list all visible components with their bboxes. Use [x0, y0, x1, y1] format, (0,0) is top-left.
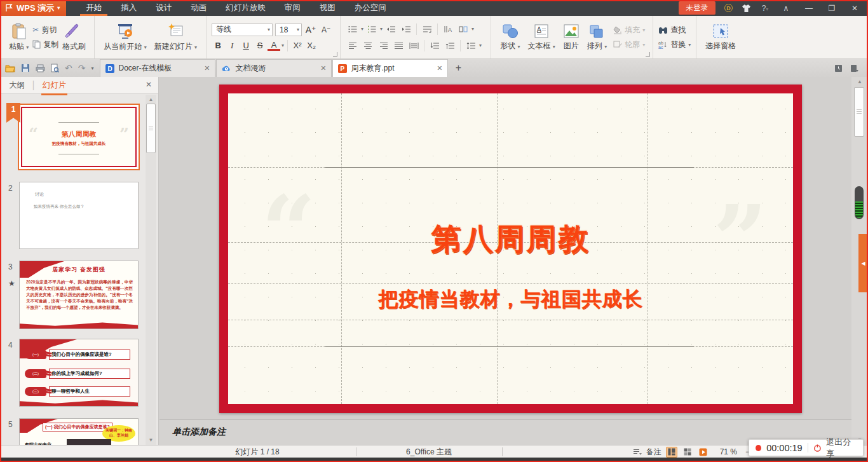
align-right-button[interactable] [376, 41, 390, 51]
drawing-dialog-launcher-icon[interactable] [646, 52, 650, 57]
slide-thumbnail-3[interactable]: 居家学习 奋发图强 2020注定是不平凡的一年。因为新冠状病毒的肆虐，中华大地炎… [19, 261, 139, 329]
close-tab-icon[interactable]: ✕ [437, 64, 442, 72]
tab-review[interactable]: 审阅 [275, 0, 310, 16]
promotion-icon[interactable]: D [724, 4, 733, 12]
scrollbar-thumb[interactable] [854, 87, 864, 137]
tab-slideshow[interactable]: 幻灯片放映 [216, 0, 275, 16]
scroll-up-icon[interactable]: ▲ [851, 79, 868, 85]
bold-button[interactable]: B [212, 40, 224, 51]
notes-pane[interactable]: 单击添加备注 [159, 419, 851, 445]
space-before-button[interactable] [428, 41, 442, 51]
scrollbar-thumb[interactable] [146, 104, 156, 153]
line-spacing-button[interactable] [464, 41, 478, 51]
restore-button[interactable]: ❐ [825, 4, 839, 13]
slide-sorter-view-button[interactable] [682, 447, 693, 458]
normal-view-button[interactable] [666, 447, 677, 458]
save-icon[interactable] [21, 64, 30, 72]
play-from-current-button[interactable]: 从当前开始 ▾ [100, 18, 150, 57]
notes-placeholder[interactable]: 单击添加备注 [172, 426, 226, 438]
line-break-button[interactable] [420, 24, 434, 34]
space-after-button[interactable] [443, 41, 457, 51]
redo-icon[interactable]: ↷ [78, 63, 86, 73]
font-dialog-launcher-icon[interactable] [333, 52, 337, 57]
columns-button[interactable] [456, 24, 470, 34]
slide-thumbnail-2[interactable]: 讨论 如果疫情再来 你会怎么做？ [19, 182, 139, 249]
login-button[interactable]: 未登录 [679, 1, 716, 15]
tab-list-icon[interactable] [850, 64, 859, 72]
undo-icon[interactable]: ↶ [65, 63, 72, 73]
doc-tab-docer[interactable]: D Docer-在线模板✕ [100, 59, 215, 77]
justify-button[interactable] [391, 41, 405, 51]
decrease-indent-button[interactable] [384, 24, 398, 34]
minimize-button[interactable]: — [802, 4, 816, 13]
tab-view[interactable]: 视图 [310, 0, 345, 16]
cut-button[interactable]: ✂剪切 [32, 25, 58, 36]
zoom-level[interactable]: 71 % [720, 447, 737, 456]
paste-button[interactable]: 粘贴 ▾ [5, 18, 32, 57]
italic-button[interactable]: I [226, 40, 238, 51]
copy-button[interactable]: 复制 [32, 39, 58, 50]
find-button[interactable]: 查找 [658, 25, 691, 36]
panel-scrollbar[interactable]: ▲ ▼ [146, 95, 156, 445]
print-icon[interactable] [36, 64, 45, 72]
tab-animation[interactable]: 动画 [181, 0, 216, 16]
collapse-ribbon-icon[interactable]: ∧ [779, 4, 793, 13]
share-toolbar-grip[interactable] [855, 186, 864, 219]
tab-insert[interactable]: 插入 [111, 0, 146, 16]
outline-tab[interactable]: 大纲 [9, 80, 25, 91]
shrink-font-button[interactable]: A⁻ [320, 24, 332, 36]
font-color-button[interactable]: A [268, 41, 280, 51]
align-center-button[interactable] [361, 41, 375, 51]
close-tab-icon[interactable]: ✕ [320, 64, 326, 72]
collapsed-panel-tab[interactable]: ◀ [858, 234, 868, 292]
close-panel-icon[interactable]: ✕ [146, 80, 152, 89]
subscript-button[interactable]: X₂ [305, 40, 318, 51]
close-tab-icon[interactable]: ✕ [204, 64, 210, 72]
selection-pane-button[interactable]: 选择窗格 [702, 18, 740, 57]
picture-button[interactable]: 图片 [559, 18, 583, 57]
notes-toggle-icon[interactable] [633, 449, 642, 456]
scroll-down-icon[interactable]: ▼ [146, 437, 156, 443]
textbox-button[interactable]: A 文本框 ▾ [524, 18, 559, 57]
doc-tab-weekend-education[interactable]: P 周末教育.ppt✕ [332, 59, 448, 77]
skin-icon[interactable] [742, 4, 751, 13]
slide-canvas[interactable]: “ ” 第八周周教 把疫情当教材，与祖国共成长 [159, 77, 851, 419]
slide-thumbnail-4[interactable]: (一) 我们心目中的偶像应该是谁? (二) 你的线上学习成就如何? (三) 聊一… [19, 339, 139, 407]
history-icon[interactable] [834, 64, 843, 72]
scroll-up-icon[interactable]: ▲ [146, 97, 156, 102]
format-painter-button[interactable]: 格式刷 [58, 18, 89, 57]
slide-title[interactable]: 第八周周教 [228, 219, 793, 259]
bullet-list-button[interactable] [346, 24, 360, 34]
tab-design[interactable]: 设计 [146, 0, 181, 16]
font-size-select[interactable]: 18▾ [275, 24, 302, 36]
tab-home[interactable]: 开始 [76, 0, 111, 16]
close-button[interactable]: ✕ [848, 4, 862, 13]
wps-logo-menu[interactable]: WPS 演示 ▾ [0, 0, 66, 16]
arrange-button[interactable]: 排列 ▾ [583, 18, 611, 57]
slide-thumbnail-1[interactable]: “ ” 第八周周教 把疫情当教材，与祖国共成长 [18, 104, 140, 170]
main-scrollbar[interactable]: ▲ ◀ ▼ [851, 77, 868, 445]
strikethrough-button[interactable]: S [254, 40, 266, 51]
outline-button[interactable]: 轮廓▾ [613, 39, 645, 50]
notes-toggle-label[interactable]: 备注 [646, 447, 661, 458]
fill-button[interactable]: 填充▾ [613, 25, 645, 36]
tab-office-space[interactable]: 办公空间 [345, 0, 396, 16]
text-direction-button[interactable]: A [441, 24, 455, 34]
exit-share-button[interactable]: 退出分享 [826, 437, 857, 459]
slides-tab[interactable]: 幻灯片 [43, 80, 67, 91]
print-preview-icon[interactable] [51, 64, 59, 72]
underline-button[interactable]: U [240, 40, 252, 51]
open-folder-icon[interactable] [5, 64, 15, 72]
superscript-button[interactable]: X² [291, 40, 304, 51]
current-slide[interactable]: “ ” 第八周周教 把疫情当教材，与祖国共成长 [219, 85, 802, 413]
font-family-select[interactable]: 等线▾ [212, 24, 273, 36]
doc-tab-roaming[interactable]: 文档漫游✕ [216, 59, 332, 77]
new-slide-button[interactable]: 新建幻灯片 ▾ [151, 18, 201, 57]
distribute-button[interactable] [407, 41, 421, 51]
increase-indent-button[interactable] [399, 24, 413, 34]
align-left-button[interactable] [346, 41, 360, 51]
slide-subtitle[interactable]: 把疫情当教材，与祖国共成长 [228, 286, 793, 313]
new-tab-button[interactable]: + [449, 59, 468, 77]
shapes-button[interactable]: 形状 ▾ [496, 18, 524, 57]
quick-access-dropdown-icon[interactable]: ▾ [91, 65, 93, 71]
